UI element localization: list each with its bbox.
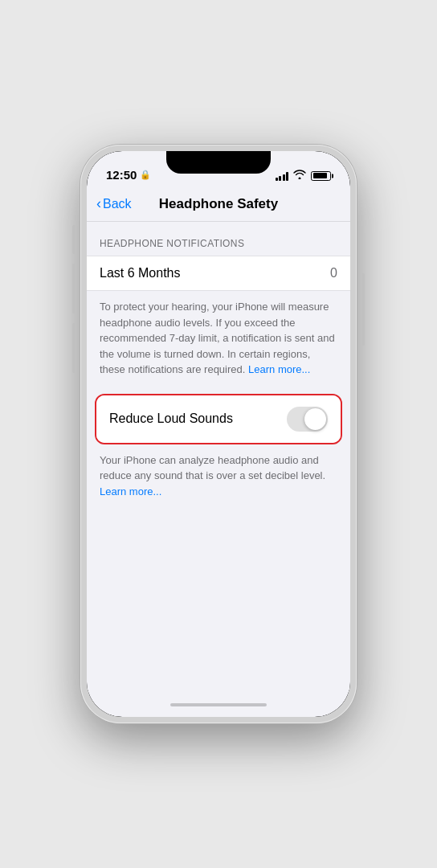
headphone-learn-more-text: Learn more... (248, 363, 310, 375)
back-button[interactable]: ‹ Back (96, 196, 132, 212)
last-6-months-value: 0 (330, 266, 337, 280)
reduce-loud-sounds-footer: Your iPhone can analyze headphone audio … (87, 444, 350, 500)
section-header-headphone: HEADPHONE NOTIFICATIONS (87, 238, 350, 256)
reduce-loud-sounds-highlight: Reduce Loud Sounds (95, 394, 342, 444)
back-chevron-icon: ‹ (96, 195, 101, 212)
last-6-months-row[interactable]: Last 6 Months 0 (87, 256, 350, 291)
last-6-months-label: Last 6 Months (100, 266, 181, 280)
reduce-loud-sounds-description: Your iPhone can analyze headphone audio … (100, 454, 325, 482)
home-indicator[interactable] (87, 693, 350, 717)
power-button[interactable] (361, 273, 365, 346)
volume-silent-button[interactable] (72, 225, 76, 254)
back-label: Back (103, 197, 132, 211)
reduce-loud-sounds-section: Reduce Loud Sounds Your iPhone can analy… (87, 394, 350, 500)
reduce-loud-sounds-row[interactable]: Reduce Loud Sounds (96, 395, 341, 443)
reduce-loud-sounds-learn-more-text: Learn more... (100, 485, 161, 497)
phone-screen: 12:50 🔒 (87, 151, 350, 717)
time-display: 12:50 (106, 168, 137, 182)
reduce-loud-sounds-label: Reduce Loud Sounds (109, 411, 233, 426)
reduce-loud-sounds-learn-more-link[interactable]: Learn more... (100, 485, 161, 497)
wifi-icon (293, 170, 306, 182)
reduce-loud-sounds-toggle[interactable] (287, 407, 328, 432)
screen-content: 12:50 🔒 (87, 151, 350, 717)
signal-icon (276, 171, 289, 181)
status-time: 12:50 🔒 (106, 168, 151, 182)
volume-down-button[interactable] (72, 323, 76, 373)
home-bar (170, 703, 267, 706)
navigation-bar: ‹ Back Headphone Safety (87, 186, 350, 222)
headphone-notifications-footer: To protect your hearing, your iPhone wil… (87, 291, 350, 378)
battery-icon (311, 171, 331, 181)
volume-up-button[interactable] (72, 264, 76, 313)
status-icons (276, 170, 332, 182)
toggle-thumb (304, 408, 326, 430)
phone-frame: 12:50 🔒 (80, 145, 357, 723)
lock-icon: 🔒 (140, 170, 151, 180)
notch (166, 151, 271, 174)
settings-content: HEADPHONE NOTIFICATIONS Last 6 Months 0 … (87, 222, 350, 693)
headphone-notifications-section: HEADPHONE NOTIFICATIONS Last 6 Months 0 … (87, 238, 350, 378)
page-title: Headphone Safety (159, 196, 278, 212)
headphone-learn-more-link[interactable]: Learn more... (248, 363, 310, 375)
